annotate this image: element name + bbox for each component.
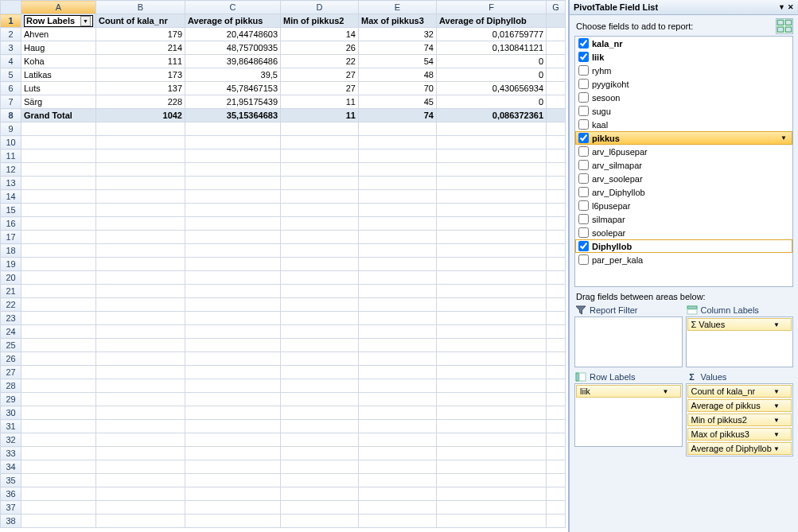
cell-D7[interactable]: 11 — [281, 95, 359, 109]
cell-C36[interactable] — [185, 487, 281, 501]
cell-A35[interactable] — [21, 474, 96, 487]
cell-D34[interactable] — [281, 460, 359, 474]
cell-B37[interactable] — [96, 501, 185, 515]
cell-D9[interactable] — [281, 122, 359, 136]
cell-C23[interactable] — [185, 312, 281, 325]
field-checkbox-arv_silmapar[interactable] — [578, 160, 589, 170]
field-kala_nr[interactable]: kala_nr — [575, 37, 792, 50]
cell-F22[interactable] — [437, 298, 547, 312]
field-checkbox-kala_nr[interactable] — [578, 38, 589, 49]
cell-C17[interactable] — [185, 231, 281, 244]
cell-F10[interactable] — [437, 136, 547, 150]
cell-D5[interactable]: 27 — [281, 68, 359, 82]
cell-A31[interactable] — [21, 420, 96, 433]
row-header-19[interactable]: 19 — [1, 258, 21, 271]
column-header-A[interactable]: A — [21, 1, 96, 14]
cell-F28[interactable] — [437, 379, 547, 393]
cell-F9[interactable] — [437, 122, 547, 136]
cell-G34[interactable] — [547, 460, 566, 474]
cell-B13[interactable] — [96, 177, 185, 190]
cell-E29[interactable] — [359, 393, 437, 406]
cell-A9[interactable] — [21, 122, 96, 136]
cell-F30[interactable] — [437, 406, 547, 420]
cell-D10[interactable] — [281, 136, 359, 150]
cell-G20[interactable] — [547, 271, 566, 285]
cell-G18[interactable] — [547, 244, 566, 258]
column-labels-box[interactable]: Σ Values ▼ — [686, 316, 794, 367]
field-soolepar[interactable]: soolepar — [575, 226, 792, 239]
cell-A32[interactable] — [21, 433, 96, 447]
cell-F21[interactable] — [437, 285, 547, 298]
cell-D19[interactable] — [281, 258, 359, 271]
row-header-29[interactable]: 29 — [1, 393, 21, 406]
cell-F6[interactable]: 0,430656934 — [437, 82, 547, 95]
cell-C13[interactable] — [185, 177, 281, 190]
field-list-layout-button[interactable] — [776, 18, 793, 34]
cell-G29[interactable] — [547, 393, 566, 406]
cell-C2[interactable]: 20,44748603 — [185, 28, 281, 41]
column-header-E[interactable]: E — [359, 1, 437, 14]
chip-dropdown-icon[interactable]: ▼ — [773, 388, 780, 395]
cell-A26[interactable] — [21, 352, 96, 366]
cell-F3[interactable]: 0,130841121 — [437, 41, 547, 55]
cell-A34[interactable] — [21, 460, 96, 474]
cell-C26[interactable] — [185, 352, 281, 366]
cell-G30[interactable] — [547, 406, 566, 420]
cell-A18[interactable] — [21, 244, 96, 258]
cell-A8[interactable]: Grand Total — [21, 109, 96, 122]
cell-B12[interactable] — [96, 163, 185, 177]
cell-E18[interactable] — [359, 244, 437, 258]
cell-E3[interactable]: 74 — [359, 41, 437, 55]
cell-E37[interactable] — [359, 501, 437, 515]
field-checkbox-pyygikoht[interactable] — [578, 79, 589, 89]
cell-B22[interactable] — [96, 298, 185, 312]
row-header-35[interactable]: 35 — [1, 474, 21, 487]
field-checkbox-kaal[interactable] — [578, 119, 589, 130]
row-header-36[interactable]: 36 — [1, 487, 21, 501]
cell-D33[interactable] — [281, 447, 359, 460]
cell-C31[interactable] — [185, 420, 281, 433]
chip-dropdown-icon[interactable]: ▼ — [773, 321, 780, 328]
cell-A14[interactable] — [21, 190, 96, 204]
cell-B26[interactable] — [96, 352, 185, 366]
panel-titlebar[interactable]: PivotTable Field List ▼ ✕ — [570, 0, 798, 15]
cell-D4[interactable]: 22 — [281, 55, 359, 68]
cell-A29[interactable] — [21, 393, 96, 406]
cell-B14[interactable] — [96, 190, 185, 204]
cell-F19[interactable] — [437, 258, 547, 271]
cell-F8[interactable]: 0,086372361 — [437, 109, 547, 122]
cell-G17[interactable] — [547, 231, 566, 244]
cell-D24[interactable] — [281, 325, 359, 339]
cell-C6[interactable]: 45,78467153 — [185, 82, 281, 95]
cell-C11[interactable] — [185, 150, 281, 163]
row-header-10[interactable]: 10 — [1, 136, 21, 150]
cell-D17[interactable] — [281, 231, 359, 244]
row-header-2[interactable]: 2 — [1, 28, 21, 41]
cell-E34[interactable] — [359, 460, 437, 474]
cell-G25[interactable] — [547, 339, 566, 352]
cell-F23[interactable] — [437, 312, 547, 325]
cell-B4[interactable]: 111 — [96, 55, 185, 68]
cell-F24[interactable] — [437, 325, 547, 339]
cell-G35[interactable] — [547, 474, 566, 487]
cell-C37[interactable] — [185, 501, 281, 515]
cell-B19[interactable] — [96, 258, 185, 271]
cell-E22[interactable] — [359, 298, 437, 312]
cell-D28[interactable] — [281, 379, 359, 393]
cell-A12[interactable] — [21, 163, 96, 177]
cell-C21[interactable] — [185, 285, 281, 298]
cell-B20[interactable] — [96, 271, 185, 285]
column-header-D[interactable]: D — [281, 1, 359, 14]
cell-B5[interactable]: 173 — [96, 68, 185, 82]
select-all-corner[interactable] — [1, 1, 21, 14]
cell-C34[interactable] — [185, 460, 281, 474]
cell-A11[interactable] — [21, 150, 96, 163]
cell-E24[interactable] — [359, 325, 437, 339]
cell-F7[interactable]: 0 — [437, 95, 547, 109]
cell-A20[interactable] — [21, 271, 96, 285]
cell-E2[interactable]: 32 — [359, 28, 437, 41]
cell-G32[interactable] — [547, 433, 566, 447]
row-header-34[interactable]: 34 — [1, 460, 21, 474]
cell-D35[interactable] — [281, 474, 359, 487]
cell-F11[interactable] — [437, 150, 547, 163]
